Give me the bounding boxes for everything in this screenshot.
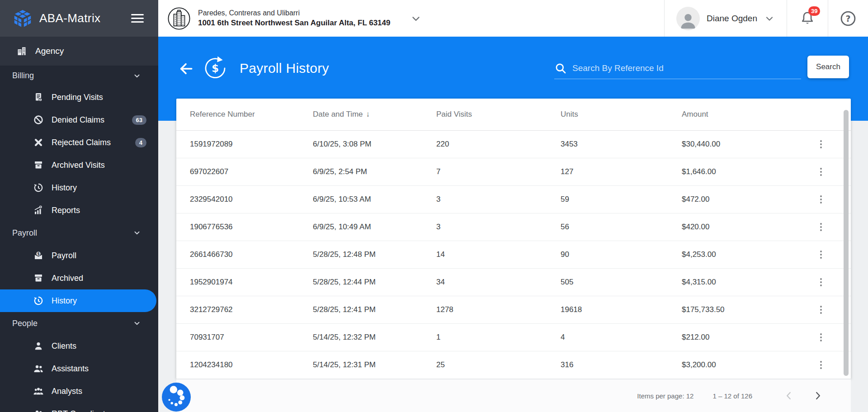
sidebar-logo-bar: ABA-Matrix	[0, 0, 158, 37]
sidebar-item-archived-visits[interactable]: Archived Visits	[0, 154, 158, 176]
brand-cube-logo-icon	[13, 9, 33, 28]
row-actions-kebab-icon[interactable]	[816, 194, 826, 205]
search-input[interactable]	[572, 63, 801, 73]
cell-amount: $212.00	[682, 333, 816, 342]
items-per-page[interactable]: Items per page: 12	[637, 392, 693, 400]
help-button[interactable]: ?	[828, 10, 868, 27]
people-icon	[33, 363, 44, 374]
previous-page-button[interactable]	[781, 388, 797, 403]
sidebar-section-payroll[interactable]: Payroll	[0, 222, 158, 244]
row-actions-kebab-icon[interactable]	[816, 166, 826, 178]
sidebar-item-pending-visits[interactable]: Pending Visits	[0, 86, 158, 109]
cell-reference-number: 70931707	[190, 333, 313, 342]
cell-amount: $420.00	[682, 223, 816, 232]
sidebar-item-clients[interactable]: Clients	[0, 335, 158, 357]
sidebar-item-rejected-claims[interactable]: Rejected Claims 4	[0, 131, 158, 154]
brand-name: ABA-Matrix	[39, 11, 124, 25]
svg-text:$: $	[212, 62, 219, 74]
user-menu[interactable]: Diane Ogden	[665, 7, 787, 30]
people-group-icon	[33, 386, 44, 397]
search-icon	[554, 62, 567, 75]
cell-paid-visits: 25	[436, 360, 561, 369]
column-header-units[interactable]: Units	[561, 110, 682, 119]
svg-text:?: ?	[845, 13, 850, 23]
section-label: People	[12, 319, 38, 328]
cell-units: 505	[561, 278, 682, 287]
sidebar-item-payroll[interactable]: $ Payroll	[0, 244, 158, 267]
people-icon	[33, 408, 44, 412]
cell-reference-number: 697022607	[190, 167, 313, 176]
cell-units: 19618	[561, 305, 682, 314]
sidebar-section-people[interactable]: People	[0, 312, 158, 335]
notifications-button[interactable]: 39	[787, 10, 828, 27]
cell-amount: $4,315.00	[682, 278, 816, 287]
search-button[interactable]: Search	[807, 56, 849, 78]
cell-date-and-time: 6/9/25, 2:54 PM	[313, 167, 436, 176]
sidebar-item-payroll-archived[interactable]: Archived	[0, 267, 158, 289]
column-header-date-and-time[interactable]: Date and Time ↓	[313, 110, 436, 119]
topbar-right: Diane Ogden 39 ?	[664, 0, 868, 37]
section-label: Billing	[12, 71, 34, 81]
sidebar-item-label: Archived Visits	[52, 161, 105, 170]
table-body: 1591972089 6/10/25, 3:08 PM 220 3453 $30…	[176, 131, 851, 379]
back-button[interactable]	[177, 60, 194, 77]
sidebar-item-label: Pending Visits	[52, 93, 103, 102]
row-actions-kebab-icon[interactable]	[816, 276, 826, 288]
chevron-down-icon	[133, 72, 141, 80]
table-row: 2661466730 5/28/25, 12:48 PM 14 90 $4,25…	[176, 241, 851, 269]
row-actions-kebab-icon[interactable]	[816, 138, 826, 150]
page-range-label: 1 – 12 of 126	[712, 392, 752, 400]
cell-date-and-time: 5/28/25, 12:48 PM	[313, 250, 436, 259]
column-header-paid-visits[interactable]: Paid Visits	[436, 110, 561, 119]
chevron-down-icon	[133, 229, 141, 237]
chevron-down-icon[interactable]	[410, 13, 422, 24]
history-clock-icon	[33, 182, 44, 193]
sidebar-item-assistants[interactable]: Assistants	[0, 357, 158, 380]
pending-document-icon	[33, 92, 44, 103]
table-scrollbar[interactable]	[844, 110, 849, 376]
column-header-reference-number[interactable]: Reference Number	[190, 110, 313, 119]
cell-date-and-time: 6/10/25, 3:08 PM	[313, 140, 436, 149]
next-page-button[interactable]	[810, 388, 826, 403]
cell-date-and-time: 6/9/25, 10:53 AM	[313, 195, 436, 204]
sidebar-item-rbt-coordinators[interactable]: RBT Coordinators	[0, 403, 158, 412]
column-header-amount[interactable]: Amount	[682, 110, 816, 119]
cell-amount: $472.00	[682, 195, 816, 204]
cell-units: 59	[561, 195, 682, 204]
bar-chart-icon	[33, 205, 44, 216]
table-row: 1952901974 5/28/25, 12:44 PM 34 505 $4,3…	[176, 269, 851, 296]
sidebar-item-label: Rejected Claims	[52, 138, 111, 147]
row-actions-kebab-icon[interactable]	[816, 249, 826, 260]
sidebar-item-payroll-history-active[interactable]: History	[0, 289, 156, 312]
hamburger-menu-icon[interactable]	[131, 12, 144, 25]
theme-palette-fab[interactable]	[161, 382, 191, 412]
sidebar-item-analysts[interactable]: Analysts	[0, 380, 158, 403]
table-header-row: Reference Number Date and Time ↓ Paid Vi…	[176, 99, 851, 131]
sidebar-item-label: Payroll	[52, 251, 76, 260]
x-icon	[33, 137, 44, 148]
sidebar-item-reports[interactable]: Reports	[0, 199, 158, 222]
company-selector[interactable]: Paredes, Contreras and Ulibarri 1001 6th…	[158, 7, 422, 30]
cell-paid-visits: 1	[436, 333, 561, 342]
table-row: 1204234180 5/14/25, 12:31 PM 25 316 $3,2…	[176, 351, 851, 379]
row-actions-kebab-icon[interactable]	[816, 221, 826, 233]
cell-paid-visits: 220	[436, 140, 561, 149]
sidebar-item-agency[interactable]: Agency	[0, 37, 158, 66]
cell-reference-number: 2329542010	[190, 195, 313, 204]
cell-units: 127	[561, 167, 682, 176]
company-address: 1001 6th Street Northwest San Aguilar Al…	[198, 19, 390, 28]
row-actions-kebab-icon[interactable]	[816, 359, 826, 371]
table-row: 1591972089 6/10/25, 3:08 PM 220 3453 $30…	[176, 131, 851, 158]
sidebar-item-denied-claims[interactable]: Denied Claims 63	[0, 109, 158, 131]
sidebar-item-billing-history[interactable]: History	[0, 176, 158, 199]
cell-amount: $4,253.00	[682, 250, 816, 259]
row-actions-kebab-icon[interactable]	[816, 304, 826, 316]
sidebar-item-label: RBT Coordinators	[52, 409, 117, 412]
building-icon	[16, 46, 27, 57]
cell-reference-number: 1591972089	[190, 140, 313, 149]
archive-box-icon	[33, 273, 44, 284]
row-actions-kebab-icon[interactable]	[816, 331, 826, 343]
sidebar-section-billing[interactable]: Billing	[0, 66, 158, 86]
company-logo-icon	[167, 7, 191, 30]
sidebar-item-label: History	[52, 183, 77, 193]
